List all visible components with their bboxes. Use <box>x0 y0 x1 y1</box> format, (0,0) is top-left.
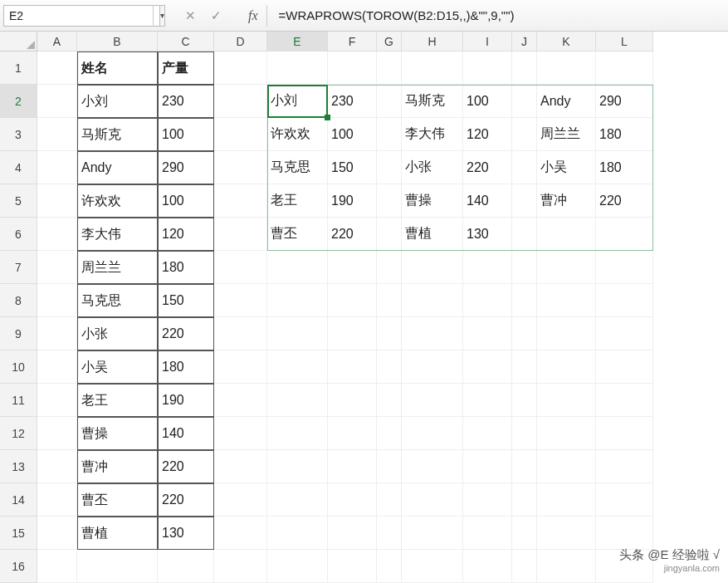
cell[interactable] <box>37 85 77 118</box>
cell[interactable] <box>377 317 402 350</box>
cell[interactable] <box>328 450 377 483</box>
cell[interactable]: 230 <box>328 85 377 118</box>
cell[interactable] <box>512 118 537 151</box>
cell[interactable]: 老王 <box>267 184 328 218</box>
cell[interactable] <box>512 317 537 350</box>
cell[interactable] <box>214 517 267 550</box>
row-header[interactable]: 8 <box>0 284 37 317</box>
cell[interactable] <box>512 483 537 517</box>
cell[interactable] <box>214 550 267 583</box>
cell[interactable] <box>402 350 463 384</box>
cell[interactable] <box>214 317 267 350</box>
cell[interactable] <box>37 218 77 251</box>
cell[interactable] <box>37 284 77 317</box>
cell[interactable] <box>267 450 328 483</box>
cell[interactable]: 150 <box>328 151 377 184</box>
cell[interactable] <box>463 517 512 550</box>
cell[interactable]: 马克思 <box>267 151 328 184</box>
cell[interactable] <box>158 550 214 583</box>
cell[interactable]: 产量 <box>158 51 214 85</box>
column-header[interactable]: D <box>214 32 267 51</box>
cell[interactable] <box>537 251 596 284</box>
cell[interactable]: 100 <box>158 118 214 151</box>
cell[interactable] <box>463 51 512 85</box>
cell[interactable] <box>214 251 267 284</box>
cell[interactable] <box>537 417 596 450</box>
cell[interactable]: 220 <box>158 317 214 350</box>
row-header[interactable]: 11 <box>0 384 37 417</box>
cell[interactable]: 小刘 <box>77 85 158 118</box>
cell[interactable] <box>463 284 512 317</box>
cell[interactable]: 许欢欢 <box>77 184 158 218</box>
cell[interactable] <box>214 151 267 184</box>
cell[interactable]: 李大伟 <box>77 218 158 251</box>
cell[interactable] <box>596 384 653 417</box>
cell[interactable] <box>512 284 537 317</box>
column-header[interactable]: J <box>512 32 537 51</box>
confirm-formula-button[interactable]: ✓ <box>211 8 222 23</box>
cell[interactable] <box>267 550 328 583</box>
name-box[interactable] <box>3 5 160 27</box>
cell[interactable] <box>328 251 377 284</box>
column-header[interactable]: E <box>267 32 328 51</box>
column-header[interactable]: B <box>77 32 158 51</box>
cell[interactable]: 230 <box>158 85 214 118</box>
cell[interactable] <box>214 483 267 517</box>
cell[interactable] <box>537 218 596 251</box>
cell[interactable] <box>267 317 328 350</box>
cell[interactable] <box>214 118 267 151</box>
cell[interactable]: 220 <box>158 450 214 483</box>
cell[interactable]: 190 <box>328 184 377 218</box>
cell[interactable] <box>377 450 402 483</box>
cell[interactable] <box>512 450 537 483</box>
row-header[interactable]: 5 <box>0 184 37 218</box>
row-header[interactable]: 16 <box>0 550 37 583</box>
cell[interactable] <box>537 450 596 483</box>
cell[interactable] <box>328 284 377 317</box>
cell[interactable] <box>463 384 512 417</box>
cell[interactable]: 周兰兰 <box>77 251 158 284</box>
row-header[interactable]: 13 <box>0 450 37 483</box>
column-header[interactable]: I <box>463 32 512 51</box>
cell[interactable]: 小刘 <box>267 85 328 118</box>
cell[interactable] <box>537 550 596 583</box>
cell[interactable] <box>402 483 463 517</box>
cell[interactable]: 120 <box>463 118 512 151</box>
cell[interactable]: 220 <box>328 218 377 251</box>
column-header[interactable]: L <box>596 32 653 51</box>
cell[interactable] <box>328 317 377 350</box>
cell[interactable] <box>37 151 77 184</box>
cell[interactable] <box>328 550 377 583</box>
row-header[interactable]: 7 <box>0 251 37 284</box>
cell[interactable]: 姓名 <box>77 51 158 85</box>
row-header[interactable]: 12 <box>0 417 37 450</box>
row-header[interactable]: 3 <box>0 118 37 151</box>
cell[interactable] <box>267 384 328 417</box>
cell[interactable] <box>463 450 512 483</box>
cell[interactable] <box>267 517 328 550</box>
cell[interactable] <box>512 517 537 550</box>
cell[interactable]: 曹丕 <box>267 218 328 251</box>
cell[interactable] <box>596 517 653 550</box>
cell[interactable] <box>328 483 377 517</box>
cell[interactable]: Andy <box>537 85 596 118</box>
fill-handle[interactable] <box>325 115 330 120</box>
cell[interactable]: 220 <box>158 483 214 517</box>
cell[interactable] <box>37 483 77 517</box>
cell[interactable] <box>512 184 537 218</box>
row-header[interactable]: 6 <box>0 218 37 251</box>
cell[interactable] <box>537 483 596 517</box>
cell[interactable] <box>537 517 596 550</box>
cell[interactable] <box>328 417 377 450</box>
cell[interactable] <box>214 218 267 251</box>
cell[interactable] <box>377 184 402 218</box>
cell[interactable]: 曹冲 <box>537 184 596 218</box>
cell[interactable] <box>267 483 328 517</box>
column-header[interactable]: K <box>537 32 596 51</box>
cell[interactable]: 曹植 <box>77 517 158 550</box>
cell[interactable] <box>463 550 512 583</box>
cell[interactable]: 曹操 <box>77 417 158 450</box>
cell[interactable] <box>377 483 402 517</box>
column-header[interactable]: A <box>37 32 77 51</box>
column-header[interactable]: F <box>328 32 377 51</box>
